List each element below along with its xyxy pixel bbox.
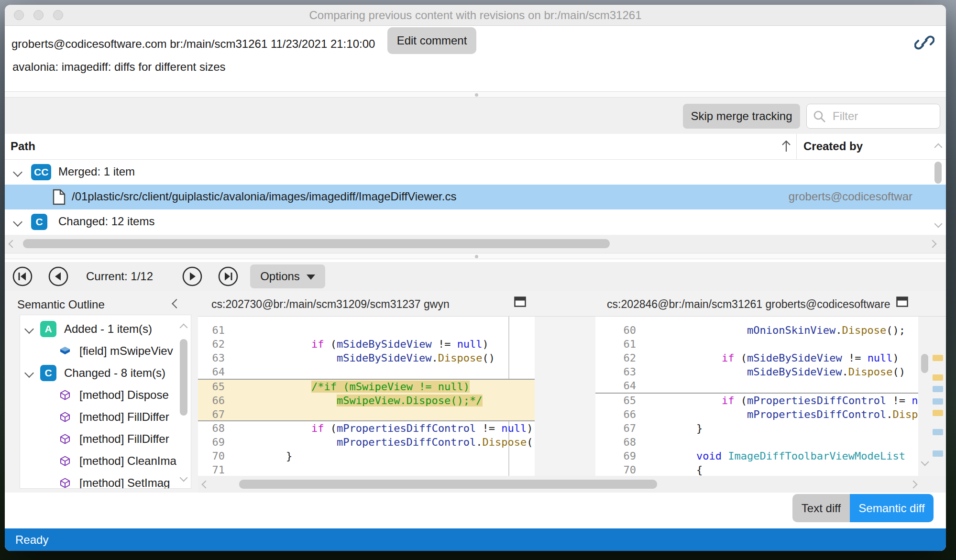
minimap-marker-yellow[interactable]: [933, 410, 943, 416]
skip-merge-tracking-button[interactable]: Skip merge tracking: [683, 104, 800, 129]
outline-item-label: [method] FillDiffer: [79, 410, 169, 424]
scroll-left-icon[interactable]: [202, 481, 210, 489]
minimap-marker-blue[interactable]: [933, 398, 943, 405]
chevron-down-icon[interactable]: [13, 167, 22, 177]
line-number: 67: [198, 407, 225, 420]
line-number: 66: [595, 407, 636, 421]
method-icon: [59, 389, 71, 401]
tree-row-merged[interactable]: CC Merged: 1 item: [5, 160, 946, 185]
edit-comment-button[interactable]: Edit comment: [387, 27, 476, 54]
semantic-outline-title: Semantic Outline: [17, 298, 105, 311]
line-number: 69: [595, 449, 636, 463]
minimap-marker-blue[interactable]: [933, 450, 943, 457]
line-number: 62: [595, 351, 636, 365]
code-line-70: 70 {: [595, 463, 918, 477]
diff-main-area: Semantic Outline AAdded - 1 item(s)[fiel…: [5, 291, 946, 493]
outline-item[interactable]: [method] SetImag: [20, 472, 191, 489]
options-button[interactable]: Options: [250, 264, 325, 288]
outline-item[interactable]: [method] Dispose: [20, 384, 191, 406]
text-diff-button[interactable]: Text diff: [792, 494, 850, 522]
code-line-61: 61: [198, 323, 535, 337]
line-number: 64: [198, 365, 225, 379]
collapse-outline-icon[interactable]: [172, 299, 181, 308]
line-number: 65: [595, 394, 636, 407]
filter-box[interactable]: [806, 104, 940, 129]
column-divider: [796, 134, 797, 160]
scroll-down-icon[interactable]: [921, 458, 929, 466]
outline-item-label: [method] CleanIma: [79, 454, 176, 468]
code-line-63: 63 mSideBySideView.Dispose(): [595, 365, 918, 379]
search-icon: [813, 110, 827, 124]
code-line-71: 71: [198, 463, 535, 477]
code-line-66: 66 mSwipeView.Dispose();*/: [198, 394, 535, 407]
minimap-marker-yellow[interactable]: [933, 374, 943, 381]
line-number: 71: [198, 463, 225, 477]
outline-item[interactable]: [method] FillDiffer: [20, 428, 191, 450]
code-line-69: 69 void ImageDiffToolbarViewModeList: [595, 449, 918, 463]
outline-badge: A: [40, 321, 56, 337]
field-icon: [59, 345, 71, 357]
code-hscrollbar-thumb[interactable]: [239, 480, 657, 489]
sort-ascending-icon[interactable]: [780, 140, 792, 155]
previous-diff-button[interactable]: [48, 266, 69, 287]
outline-scrollbar-thumb[interactable]: [180, 339, 187, 416]
outline-item-label: [method] FillDiffer: [79, 432, 169, 446]
next-diff-button[interactable]: [182, 266, 203, 287]
diff-connector-gap: [535, 317, 595, 475]
status-bar: Ready: [5, 528, 946, 551]
code-line-65: 65 if (mPropertiesDiffControl != null): [595, 393, 918, 407]
link-icon[interactable]: [914, 33, 934, 55]
horizontal-splitter[interactable]: [5, 253, 946, 259]
outline-group-label: Added - 1 item(s): [64, 322, 152, 336]
file-created-by: groberts@codicesoftwar: [789, 190, 912, 203]
maximize-pane-icon[interactable]: [896, 296, 908, 309]
outline-item-label: [method] Dispose: [79, 388, 169, 402]
minimap-marker-blue[interactable]: [933, 386, 943, 392]
options-label: Options: [260, 270, 300, 283]
first-diff-button[interactable]: [12, 266, 33, 287]
scroll-left-icon[interactable]: [9, 240, 17, 248]
outline-item[interactable]: [method] CleanIma: [20, 450, 191, 472]
tree-hscrollbar-thumb[interactable]: [23, 239, 610, 248]
outline-item-label: [method] SetImag: [79, 476, 170, 489]
filter-input[interactable]: [832, 106, 936, 126]
diff-navigation-toolbar: Current: 1/12 Options: [5, 262, 946, 291]
outline-item[interactable]: [method] FillDiffer: [20, 406, 191, 428]
column-header-path[interactable]: Path: [11, 140, 35, 153]
minimap-marker-yellow[interactable]: [933, 355, 943, 361]
tree-vscrollbar-thumb[interactable]: [934, 162, 942, 184]
minimap-marker-blue[interactable]: [933, 429, 943, 435]
changeset-comment: avalonia: imagediff: diffs for different…: [12, 60, 226, 74]
chevron-down-icon[interactable]: [24, 368, 34, 378]
maximize-pane-icon[interactable]: [514, 296, 526, 309]
right-code-pane[interactable]: 60 mOnionSkinView.Dispose();6162 if (mSi…: [595, 317, 918, 482]
title-bar: Comparing previous content with revision…: [5, 5, 946, 26]
chevron-down-icon[interactable]: [13, 217, 22, 227]
code-line-60: 60 mOnionSkinView.Dispose();: [595, 323, 918, 337]
left-code-pane[interactable]: 6162 if (mSideBySideView != null)63 mSid…: [198, 317, 535, 482]
last-diff-button[interactable]: [218, 266, 239, 287]
scroll-right-icon[interactable]: [929, 240, 937, 248]
column-header-created-by[interactable]: Created by: [803, 140, 863, 153]
method-icon: [59, 477, 71, 489]
line-number: 63: [595, 365, 636, 379]
tree-row-file-selected[interactable]: /01plastic/src/client/guiplastic/avaloni…: [5, 185, 946, 209]
bottom-strip: Text diff Semantic diff: [5, 493, 946, 528]
scroll-right-icon[interactable]: [910, 481, 918, 489]
code-line-69: 69 mPropertiesDiffControl.Dispose();: [198, 435, 535, 449]
outline-item[interactable]: [field] mSwipeViev: [20, 340, 191, 362]
line-number: 67: [595, 421, 636, 435]
code-vscrollbar-thumb[interactable]: [921, 354, 928, 373]
app-window: Comparing previous content with revision…: [5, 5, 946, 551]
code-line-64: 64: [595, 379, 918, 393]
chevron-down-icon[interactable]: [24, 324, 34, 334]
table-header: Path Created by: [5, 134, 946, 160]
code-line-65: 65 /*if (mSwipeView != null): [198, 379, 535, 394]
tree-row-changed[interactable]: C Changed: 12 items: [5, 209, 946, 234]
horizontal-splitter[interactable]: [5, 91, 946, 98]
code-line-61: 61: [595, 337, 918, 351]
semantic-diff-button[interactable]: Semantic diff: [850, 494, 934, 522]
window-title: Comparing previous content with revision…: [5, 5, 946, 25]
outline-group-changed[interactable]: CChanged - 8 item(s): [20, 362, 191, 384]
outline-group-added[interactable]: AAdded - 1 item(s): [20, 318, 191, 340]
